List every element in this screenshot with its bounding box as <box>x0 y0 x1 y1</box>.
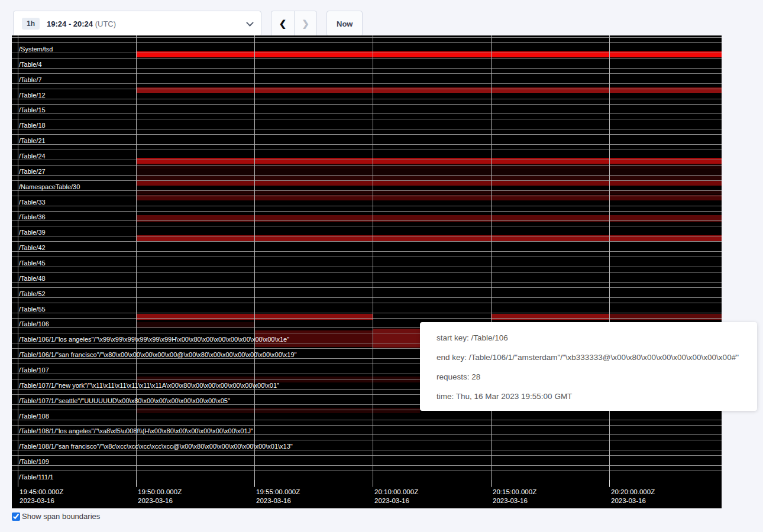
span-boundary-line <box>12 303 722 303</box>
span-boundary-line <box>12 58 722 59</box>
heat-band[interactable] <box>373 329 423 348</box>
span-boundary-line <box>12 99 722 99</box>
row-label: /Table/55 <box>19 306 46 313</box>
span-boundary-line <box>12 297 722 298</box>
axis-date: 2023-03-16 <box>256 497 300 505</box>
chevron-down-icon <box>246 19 254 27</box>
heat-band[interactable] <box>136 180 722 186</box>
row-label: /Table/109 <box>19 458 49 465</box>
row-label: /NamespaceTable/30 <box>19 183 80 190</box>
heat-band[interactable] <box>609 314 722 320</box>
axis-time: 20:10:00.000Z <box>374 488 418 497</box>
row-label: /Table/45 <box>19 259 46 267</box>
span-boundary-line <box>12 420 722 420</box>
time-gridline <box>18 35 18 487</box>
span-boundary-line <box>12 267 722 267</box>
row-label: /Table/12 <box>19 92 46 99</box>
axis-time: 20:15:00.000Z <box>493 488 536 497</box>
tooltip-start-key: start key: /Table/106 <box>437 332 757 344</box>
axis-tick <box>136 480 137 486</box>
span-boundary-line <box>12 226 722 226</box>
row-label: /Table/18 <box>19 122 46 129</box>
x-axis-label: 19:50:00.000Z2023-03-16 <box>138 488 182 505</box>
span-boundary-line <box>12 150 722 150</box>
axis-date: 2023-03-16 <box>493 497 536 505</box>
axis-time: 19:55:00.000Z <box>256 488 300 497</box>
tooltip-time: time: Thu, 16 Mar 2023 19:55:00 GMT <box>437 391 757 403</box>
key-visualizer[interactable]: /System/tsd/Table/4/Table/7/Table/12/Tab… <box>12 35 722 508</box>
row-label: /Table/21 <box>19 137 46 144</box>
previous-interval-button[interactable]: ❮ <box>271 11 294 36</box>
span-boundary-line <box>12 144 722 145</box>
span-boundary-line <box>12 272 722 273</box>
span-boundary-line <box>12 68 722 69</box>
axis-tick <box>373 480 373 486</box>
row-label: /Table/39 <box>19 229 46 236</box>
axis-date: 2023-03-16 <box>374 497 418 505</box>
span-boundary-line <box>12 129 722 129</box>
row-label: /Table/4 <box>19 61 42 68</box>
span-boundary-line <box>12 313 722 313</box>
time-range-selector[interactable]: 1h 19:24 - 20:24 (UTC) <box>13 11 261 37</box>
span-boundary-line <box>12 211 722 212</box>
timezone-text: (UTC) <box>95 20 116 28</box>
row-label: /Table/52 <box>19 290 46 297</box>
axis-time: 20:20:00.000Z <box>611 488 655 497</box>
x-axis-label: 20:15:00.000Z2023-03-16 <box>493 488 536 505</box>
span-boundary-line <box>12 89 722 89</box>
heat-band[interactable] <box>136 158 722 164</box>
row-label: /Table/108/1/"los angeles"/"\xa8\xf5\u00… <box>19 427 253 434</box>
time-gridline <box>491 35 492 487</box>
span-boundary-line <box>12 119 722 119</box>
span-boundary-line <box>12 282 722 283</box>
span-boundary-line <box>12 287 722 288</box>
span-boundary-line <box>12 53 722 53</box>
row-label: /Table/108 <box>19 413 49 420</box>
axis-time: 19:50:00.000Z <box>138 488 182 497</box>
span-boundary-line <box>12 425 722 426</box>
span-boundary-line <box>12 190 722 191</box>
span-boundary-line <box>12 196 722 196</box>
axis-tick <box>491 480 492 486</box>
span-boundaries-control: Show span boundaries <box>12 512 100 521</box>
x-axis-label: 19:55:00.000Z2023-03-16 <box>256 488 300 505</box>
span-boundary-line <box>12 455 722 456</box>
row-label: /Table/7 <box>19 76 42 83</box>
span-boundary-line <box>12 206 722 206</box>
time-gridline <box>136 35 137 487</box>
heat-band[interactable] <box>136 176 722 180</box>
axis-date: 2023-03-16 <box>611 497 655 505</box>
row-label: /Table/106/1/"san francisco"/"\x80\x00\x… <box>19 351 297 358</box>
x-axis-label: 20:20:00.000Z2023-03-16 <box>611 488 655 505</box>
next-interval-button[interactable]: ❯ <box>294 11 316 36</box>
span-boundary-line <box>12 236 722 236</box>
hover-tooltip: start key: /Table/106 end key: /Table/10… <box>420 322 757 411</box>
x-axis-label: 19:45:00.000Z2023-03-16 <box>20 488 63 505</box>
heat-band[interactable] <box>491 314 609 320</box>
now-button[interactable]: Now <box>326 11 363 37</box>
tooltip-requests: requests: 28 <box>437 371 757 383</box>
span-boundary-line <box>12 471 722 471</box>
span-boundary-line <box>12 160 722 160</box>
axis-date: 2023-03-16 <box>20 497 63 505</box>
span-boundary-line <box>12 37 722 38</box>
span-boundary-line <box>12 257 722 257</box>
show-span-boundaries-checkbox[interactable] <box>12 512 20 521</box>
show-span-boundaries-label[interactable]: Show span boundaries <box>22 512 100 521</box>
row-label: /Table/36 <box>19 213 46 220</box>
span-boundary-line <box>12 175 722 176</box>
key-visualizer-page: 1h 19:24 - 20:24 (UTC) ❮ ❯ Now /System/t… <box>0 0 763 532</box>
span-boundary-line <box>12 113 722 114</box>
span-boundary-line <box>12 165 722 166</box>
row-label: /Table/106/1/"los angeles"/"\x99\x99\x99… <box>19 336 289 343</box>
row-label: /Table/107/1/"new york"/"\x11\x11\x11\x1… <box>19 382 279 389</box>
span-boundary-line <box>12 104 722 105</box>
row-label: /Table/24 <box>19 153 46 160</box>
row-label: /Table/48 <box>19 275 46 282</box>
heat-band[interactable] <box>136 169 722 175</box>
row-label: /Table/108/1/"san francisco"/"\x8c\xcc\x… <box>19 443 293 450</box>
span-boundary-line <box>12 241 722 242</box>
heat-band[interactable] <box>136 408 420 413</box>
span-boundary-line <box>12 42 722 43</box>
span-boundary-line <box>12 251 722 252</box>
